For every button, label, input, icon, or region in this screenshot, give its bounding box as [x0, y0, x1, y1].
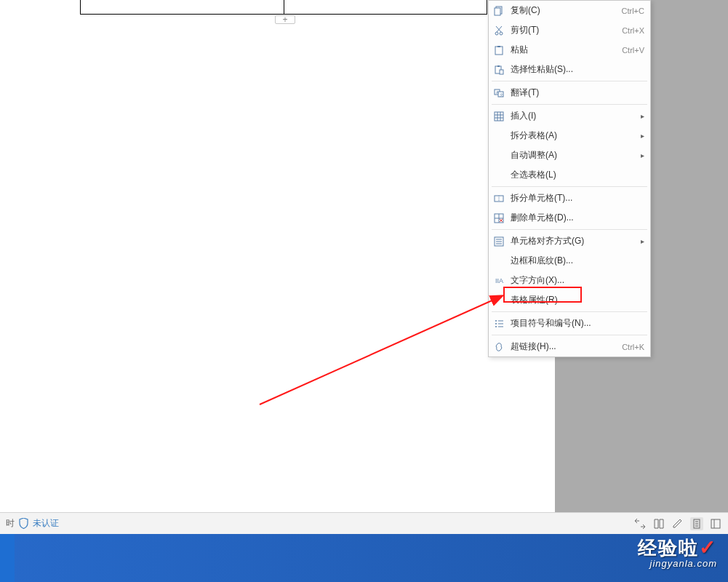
menu-label: 文字方向(X)...: [511, 274, 564, 287]
fit-width-icon[interactable]: [633, 517, 647, 530]
watermark-title: 经验啦: [638, 537, 699, 559]
context-menu: 复制(C) Ctrl+C 剪切(T) Ctrl+X 粘贴 Ctrl+V 选择性粘…: [488, 0, 651, 357]
insert-icon: [493, 111, 505, 122]
menu-cut[interactable]: 剪切(T) Ctrl+X: [489, 20, 650, 40]
menu-split-table[interactable]: 拆分表格(A) ▸: [489, 126, 650, 146]
svg-point-38: [495, 326, 497, 327]
add-row-button[interactable]: +: [275, 15, 295, 24]
delete-cell-icon: [493, 212, 505, 224]
menu-label: 拆分表格(A): [511, 129, 557, 142]
plus-icon: +: [282, 15, 287, 24]
menu-label: 翻译(T): [511, 87, 539, 99]
menu-label: 复制(C): [511, 4, 540, 17]
document-page: +: [0, 0, 555, 512]
menu-shortcut: Ctrl+C: [622, 7, 644, 15]
table-row[interactable]: [80, 0, 487, 15]
svg-point-34: [495, 320, 497, 322]
svg-rect-12: [500, 70, 503, 74]
paste-special-icon: [493, 64, 505, 76]
taskbar-tab[interactable]: [0, 534, 15, 582]
chevron-right-icon: ▸: [641, 237, 644, 245]
svg-rect-11: [497, 65, 500, 67]
menu-shortcut: Ctrl+X: [622, 26, 644, 35]
chevron-right-icon: ▸: [641, 112, 644, 120]
book-icon[interactable]: [652, 517, 665, 530]
menu-table-properties[interactable]: 表格属性(R)...: [489, 290, 650, 310]
svg-point-4: [495, 32, 498, 35]
menu-separator: [492, 186, 647, 187]
menu-label: 超链接(H)...: [511, 340, 556, 353]
split-cell-icon: [493, 193, 505, 204]
copy-icon: [493, 5, 505, 17]
text-direction-icon: IIA: [493, 275, 505, 287]
svg-point-36: [495, 323, 497, 324]
menu-label: 删除单元格(D)...: [511, 212, 574, 224]
menu-copy[interactable]: 复制(C) Ctrl+C: [489, 1, 650, 20]
verify-status[interactable]: 未认证: [33, 517, 59, 530]
menu-shortcut: Ctrl+V: [622, 46, 644, 55]
menu-select-all-table[interactable]: 全选表格(L): [489, 165, 650, 185]
menu-label: 边框和底纹(B)...: [511, 255, 573, 267]
menu-label: 剪切(T): [511, 24, 539, 36]
layout-icon[interactable]: [709, 517, 722, 530]
menu-cell-align[interactable]: 单元格对齐方式(G) ▸: [489, 231, 650, 251]
menu-insert[interactable]: 插入(I) ▸: [489, 106, 650, 126]
menu-label: 拆分单元格(T)...: [511, 192, 572, 204]
cut-icon: [493, 25, 505, 36]
menu-label: 粘贴: [511, 44, 528, 56]
menu-label: 自动调整(A): [511, 149, 557, 162]
menu-label: 选择性粘贴(S)...: [511, 63, 573, 76]
taskbar: [0, 534, 728, 582]
svg-rect-8: [495, 47, 503, 55]
menu-label: 单元格对齐方式(G): [511, 235, 584, 247]
menu-translate[interactable]: A文 翻译(T): [489, 83, 650, 103]
svg-rect-17: [495, 112, 503, 121]
menu-auto-adjust[interactable]: 自动调整(A) ▸: [489, 146, 650, 165]
cell-align-icon: [493, 236, 505, 247]
table-column-divider: [284, 0, 284, 15]
svg-text:IIA: IIA: [495, 277, 503, 284]
menu-separator: [492, 104, 647, 105]
svg-point-5: [500, 32, 503, 35]
menu-paste[interactable]: 粘贴 Ctrl+V: [489, 40, 650, 60]
menu-label: 表格属性(R)...: [511, 294, 565, 306]
menu-separator: [492, 311, 647, 312]
menu-label: 项目符号和编号(N)...: [511, 317, 591, 330]
check-icon: ✓: [699, 536, 717, 559]
svg-rect-44: [711, 519, 720, 528]
svg-rect-3: [495, 8, 500, 15]
status-text: 时: [6, 517, 15, 530]
menu-bullets-numbering[interactable]: 项目符号和编号(N)...: [489, 314, 650, 333]
menu-text-direction[interactable]: IIA 文字方向(X)...: [489, 271, 650, 290]
watermark-url: jingyanla.com: [638, 558, 717, 569]
page-icon[interactable]: [690, 517, 703, 530]
menu-split-cell[interactable]: 拆分单元格(T)...: [489, 188, 650, 208]
svg-text:文: 文: [500, 92, 503, 97]
menu-separator: [492, 81, 647, 81]
edit-icon[interactable]: [671, 517, 684, 530]
hyperlink-icon: [493, 341, 505, 353]
svg-line-7: [496, 26, 501, 32]
menu-paste-special[interactable]: 选择性粘贴(S)...: [489, 60, 650, 79]
menu-delete-cell[interactable]: 删除单元格(D)...: [489, 208, 650, 228]
menu-hyperlink[interactable]: 超链接(H)... Ctrl+K: [489, 337, 650, 356]
svg-line-6: [497, 26, 502, 32]
status-bar: 时 未认证: [0, 512, 728, 534]
menu-shortcut: Ctrl+K: [622, 343, 644, 351]
shield-icon: [19, 518, 28, 529]
menu-border-shading[interactable]: 边框和底纹(B)...: [489, 251, 650, 271]
svg-rect-9: [497, 46, 500, 47]
chevron-right-icon: ▸: [641, 132, 644, 140]
paste-icon: [493, 44, 505, 56]
menu-separator: [492, 229, 647, 230]
chevron-right-icon: ▸: [641, 151, 644, 159]
menu-label: 插入(I): [511, 110, 536, 122]
bullets-icon: [493, 318, 505, 330]
translate-icon: A文: [493, 87, 505, 99]
menu-label: 全选表格(L): [511, 169, 556, 181]
watermark: 经验啦✓ jingyanla.com: [638, 535, 717, 569]
menu-separator: [492, 335, 647, 335]
